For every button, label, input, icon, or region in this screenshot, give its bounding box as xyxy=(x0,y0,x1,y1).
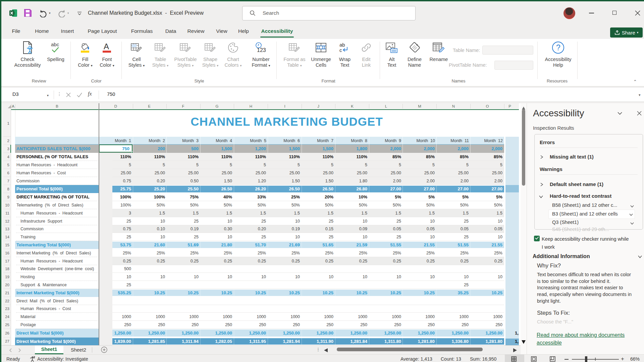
svg-text:?: ? xyxy=(556,43,560,52)
